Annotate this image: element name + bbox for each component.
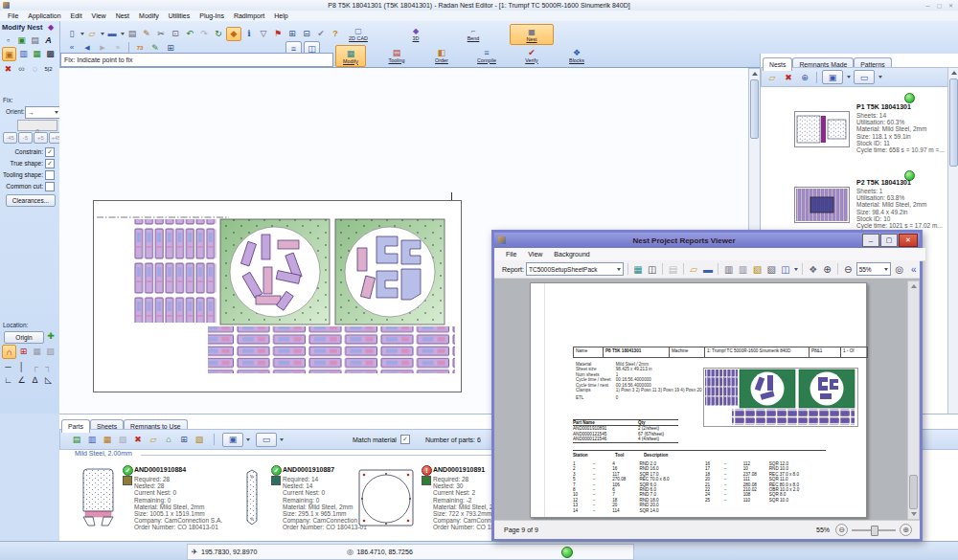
sort-mode-button[interactable]: ▭ xyxy=(854,70,875,84)
locate-nest-icon[interactable]: ⊕ xyxy=(798,71,811,83)
loc-angle1-icon[interactable]: ∟ xyxy=(2,373,14,386)
open-icon[interactable]: ▱ xyxy=(85,28,99,40)
true-shape-checkbox[interactable]: ✓ xyxy=(45,159,55,168)
menu-application[interactable]: Application xyxy=(23,11,65,20)
menu-file[interactable]: File xyxy=(3,11,23,20)
window-icon[interactable]: ⊟ xyxy=(300,28,313,40)
copy-page-icon[interactable]: ▤ xyxy=(667,262,679,276)
loc-hatch-icon[interactable]: ▨ xyxy=(44,345,57,357)
view-mode-button[interactable]: ▣ xyxy=(822,70,843,84)
undo-icon[interactable]: ↶ xyxy=(183,28,196,40)
zoom-page-icon[interactable]: ◎ xyxy=(893,262,905,276)
ribbon-verify-button[interactable]: ✔ Verify xyxy=(517,45,546,65)
loc-corner2-icon[interactable]: ┐ xyxy=(42,360,55,372)
tab-nests[interactable]: Nests xyxy=(763,57,792,71)
loc-angle4-icon[interactable]: ◺ xyxy=(42,373,55,386)
open-report-icon[interactable]: ▱ xyxy=(688,262,700,276)
redo-icon[interactable]: ↷ xyxy=(197,28,211,40)
menu-nest[interactable]: Nest xyxy=(111,11,134,20)
zoom-out-button[interactable]: ⊖ xyxy=(835,524,848,536)
info-icon[interactable]: ℹ xyxy=(242,28,256,40)
report-select[interactable]: TC5000SetupSheetPack xyxy=(526,262,624,276)
matrix-icon[interactable]: ▩ xyxy=(44,47,57,59)
flag-icon[interactable]: ⚑ xyxy=(271,28,285,40)
zoom-in-icon[interactable]: ⊕ xyxy=(821,262,833,276)
save-report-icon[interactable]: ▬ xyxy=(702,262,715,276)
loc-angle3-icon[interactable]: ∆ xyxy=(29,373,41,386)
workflow-2dcad-button[interactable]: ▢ 2D CAD xyxy=(337,24,379,43)
print-setup-icon[interactable]: ▥ xyxy=(737,262,749,276)
page-layout-icon[interactable]: ◫ xyxy=(780,262,792,276)
copy-icon[interactable]: ⊡ xyxy=(169,28,182,40)
parts-view-button[interactable]: ▣ xyxy=(222,433,243,447)
zoom-in-button[interactable]: ⊕ xyxy=(900,524,912,536)
loc-vline-icon[interactable]: │ xyxy=(15,360,28,372)
delete-nest-icon[interactable]: ✖ xyxy=(782,71,795,83)
origin-target-icon[interactable]: ✚ xyxy=(45,330,57,342)
remove-part-icon[interactable]: ▧ xyxy=(116,434,129,446)
select-icon[interactable]: ▫ xyxy=(2,34,14,46)
clearances-button[interactable]: Clearances... xyxy=(6,194,56,207)
loc-mesh-icon[interactable]: ▦ xyxy=(31,345,43,357)
zoom-select[interactable]: 55% xyxy=(856,262,892,276)
pencil-icon[interactable]: ✎ xyxy=(140,28,153,40)
print-icon[interactable]: ▤ xyxy=(125,28,139,40)
dialog-minimize-button[interactable]: – xyxy=(862,234,879,247)
check-icon[interactable]: ✔ xyxy=(314,28,328,40)
first-page-icon[interactable]: « xyxy=(907,262,920,276)
part-icon[interactable]: ▣ xyxy=(15,34,28,46)
menu-view[interactable]: View xyxy=(87,11,111,20)
tab-parts[interactable]: Parts xyxy=(61,419,90,433)
workflow-bend-button[interactable]: ⌐ Bend xyxy=(452,24,494,43)
loc-angle2-icon[interactable]: ∠ xyxy=(15,373,28,386)
report-viewport[interactable]: Name P8 T5K 18041301 Machine 1: Trumpf T… xyxy=(494,279,920,520)
dialog-menu-file[interactable]: File xyxy=(500,250,522,258)
refresh-icon[interactable]: ↻ xyxy=(212,28,225,40)
pair-icon[interactable]: ∞ xyxy=(15,62,28,75)
import-part-icon[interactable]: ▨ xyxy=(193,434,206,446)
dialog-close-button[interactable]: ✕ xyxy=(899,234,918,247)
open-part-icon[interactable]: ▱ xyxy=(147,434,160,446)
report-vscrollbar[interactable] xyxy=(907,280,920,520)
ribbon-compile-button[interactable]: ≡ Compile xyxy=(472,45,501,65)
dialog-menu-background[interactable]: Background xyxy=(548,250,595,258)
loc-hline-icon[interactable]: ─ xyxy=(2,360,14,372)
workflow-nest-button[interactable]: ▦ Nest xyxy=(510,24,554,45)
maximize-button[interactable]: ▢ xyxy=(934,1,945,9)
rotate-minus45-button[interactable]: -45 xyxy=(3,132,17,144)
pan-icon[interactable]: ❖ xyxy=(807,262,819,276)
export-report-icon[interactable]: ▧ xyxy=(751,262,764,276)
loc-grid-icon[interactable]: ⊞ xyxy=(17,345,30,357)
filter-icon[interactable]: ▽ xyxy=(257,28,270,40)
dialog-menu-view[interactable]: View xyxy=(522,250,548,258)
part-library-icon[interactable]: ⌂ xyxy=(162,434,175,446)
watermark-icon[interactable]: ▧ xyxy=(765,262,778,276)
move-part-icon[interactable]: ▣ xyxy=(2,47,16,61)
copy-part-icon[interactable]: ▥ xyxy=(85,434,99,446)
menu-modify[interactable]: Modify xyxy=(134,11,164,20)
menu-edit[interactable]: Edit xyxy=(66,11,87,20)
new-icon[interactable]: ▯ xyxy=(65,28,79,40)
edit-part-icon[interactable]: ▦ xyxy=(101,434,114,446)
split-icon[interactable]: 5|2 xyxy=(42,62,55,75)
ribbon-modify-button[interactable]: ▦ Modify xyxy=(335,45,366,67)
minimize-button[interactable]: – xyxy=(923,1,933,9)
open-nest-icon[interactable]: ▱ xyxy=(765,71,779,83)
ribbon-order-button[interactable]: ◧ Order xyxy=(427,45,456,65)
close-button[interactable]: ✕ xyxy=(946,1,956,9)
delete-part-icon[interactable]: ✖ xyxy=(2,62,14,75)
save-icon[interactable]: ▬ xyxy=(105,28,119,40)
zoom-out-icon[interactable]: ⊖ xyxy=(842,262,855,276)
ribbon-blocks-button[interactable]: ❖ Blocks xyxy=(562,45,591,65)
tooling-shape-checkbox[interactable] xyxy=(45,170,55,180)
workflow-3d-button[interactable]: ◆ 3D xyxy=(395,24,437,43)
cut-icon[interactable]: ✂ xyxy=(154,28,168,40)
zoom-slider-thumb[interactable] xyxy=(871,526,878,536)
part-table-icon[interactable]: ⊞ xyxy=(177,434,191,446)
sheet-icon[interactable]: ▤ xyxy=(29,34,41,46)
rotate-plus5-button[interactable]: +5 xyxy=(34,132,48,144)
menu-help[interactable]: Help xyxy=(269,11,292,20)
ribbon-tooling-button[interactable]: ▤ Tooling xyxy=(382,45,411,65)
report-pages-icon[interactable]: ▦ xyxy=(632,262,645,276)
highlight-icon[interactable]: ◆ xyxy=(226,27,241,41)
